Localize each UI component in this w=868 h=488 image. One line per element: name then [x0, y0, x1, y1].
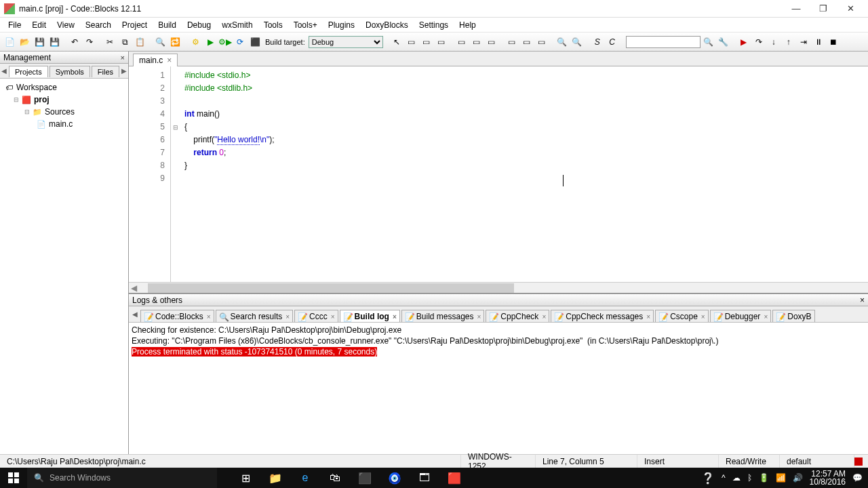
menu-file[interactable]: File	[3, 19, 26, 31]
step-out-icon[interactable]: ↑	[782, 35, 795, 49]
tray-up-icon[interactable]: ^	[722, 473, 726, 483]
maximize-button[interactable]: ❐	[810, 1, 837, 17]
logs-close-icon[interactable]: ×	[860, 296, 865, 305]
editor-tab-mainc[interactable]: main.c ×	[133, 54, 178, 66]
menu-plugins[interactable]: Plugins	[323, 19, 360, 31]
tree-collapse-icon[interactable]: ⊟	[24, 108, 30, 115]
abort-icon[interactable]: ⬛	[248, 35, 262, 49]
code-area[interactable]: #include <stdio.h>#include <stdlib.h> in…	[180, 66, 868, 282]
step-instr-icon[interactable]: ⇥	[797, 35, 810, 49]
build-icon[interactable]: ⚙	[189, 35, 202, 49]
editor-area[interactable]: 1 2 3 4 5 6 7 8 9 ⊟ #include <stdio.h>#i…	[129, 66, 868, 282]
management-close-icon[interactable]: ×	[121, 54, 125, 62]
letter-c-icon[interactable]: C	[606, 35, 619, 49]
edge-icon[interactable]: e	[290, 468, 320, 488]
zoom-in-icon[interactable]: 🔍	[555, 35, 569, 49]
project-tree[interactable]: 🏷 Workspace ⊟ 🟥 proj ⊟ 📁 Sources 📄 main.…	[0, 79, 128, 454]
tree-project[interactable]: ⊟ 🟥 proj	[1, 94, 127, 106]
undo-icon[interactable]: ↶	[68, 35, 81, 49]
tb-group6-icon[interactable]: ▭	[535, 35, 549, 49]
battery-icon[interactable]: 🔋	[759, 473, 769, 483]
cut-icon[interactable]: ✂	[103, 35, 117, 49]
log-tab-cscope[interactable]: 📝Cscope×	[655, 310, 709, 323]
app3-icon[interactable]: 🗔	[410, 468, 439, 488]
help-icon[interactable]: ❔	[701, 472, 715, 485]
tab-projects[interactable]: Projects	[9, 66, 48, 77]
menu-view[interactable]: View	[52, 19, 80, 31]
tree-sources[interactable]: ⊟ 📁 Sources	[1, 106, 127, 118]
new-file-icon[interactable]: 📄	[3, 35, 16, 49]
log-tab-cppcheckmsg[interactable]: 📝CppCheck messages×	[551, 310, 654, 323]
open-icon[interactable]: 📂	[18, 35, 31, 49]
hscroll-thumb[interactable]	[148, 283, 514, 293]
build-run-icon[interactable]: ⚙▶	[218, 35, 232, 49]
tab-close-icon[interactable]: ×	[331, 313, 335, 321]
tb-group1-icon[interactable]: ▭	[455, 35, 469, 49]
minimize-button[interactable]: —	[783, 1, 810, 17]
tb-group5-icon[interactable]: ▭	[520, 35, 534, 49]
onedrive-icon[interactable]: ☁	[732, 473, 741, 483]
app2-icon[interactable]: 🧿	[380, 468, 410, 488]
tb-group4-icon[interactable]: ▭	[505, 35, 519, 49]
log-tab-cccc[interactable]: 📝Cccc×	[294, 310, 338, 323]
toggle-tb3-icon[interactable]: ▭	[435, 35, 448, 49]
tree-workspace[interactable]: 🏷 Workspace	[1, 81, 127, 94]
search-go-icon[interactable]: 🔍	[702, 35, 715, 49]
letter-s-icon[interactable]: S	[591, 35, 604, 49]
step-into-icon[interactable]: ↓	[767, 35, 781, 49]
tab-close-icon[interactable]: ×	[393, 313, 397, 321]
tree-file-mainc[interactable]: 📄 main.c	[1, 118, 127, 130]
menu-edit[interactable]: Edit	[26, 19, 52, 31]
menu-settings[interactable]: Settings	[414, 19, 454, 31]
notifications-icon[interactable]: 💬	[852, 473, 863, 483]
codeblocks-taskbar-icon[interactable]: 🟥	[439, 468, 469, 488]
menu-help[interactable]: Help	[454, 19, 481, 31]
break-icon[interactable]: ⏸	[812, 35, 825, 49]
close-button[interactable]: ✕	[837, 1, 864, 17]
tab-close-icon[interactable]: ×	[764, 313, 768, 321]
tab-close-icon[interactable]: ×	[285, 313, 290, 321]
menu-wxsmith[interactable]: wxSmith	[216, 19, 258, 31]
tab-files[interactable]: Files	[92, 66, 119, 77]
toggle-tb-icon[interactable]: ▭	[405, 35, 418, 49]
log-tab-codeblocks[interactable]: 📝Code::Blocks×	[140, 310, 214, 323]
taskbar-search[interactable]: 🔍 Search Windows	[27, 468, 217, 488]
cursor-select-icon[interactable]: ↖	[390, 35, 403, 49]
settings-icon[interactable]: 🔧	[717, 35, 730, 49]
log-tab-doxyb[interactable]: 📝DoxyB	[772, 310, 814, 323]
paste-icon[interactable]: 📋	[133, 35, 146, 49]
logs-tab-left-icon[interactable]: ◀	[131, 310, 139, 318]
menu-doxyblocks[interactable]: DoxyBlocks	[360, 19, 414, 31]
search-combo[interactable]	[626, 36, 701, 48]
toggle-tb2-icon[interactable]: ▭	[420, 35, 433, 49]
mgmt-tab-left-icon[interactable]: ◀	[1, 67, 7, 75]
build-log-output[interactable]: Checking for existence: C:\Users\Raju Pa…	[129, 323, 868, 454]
run-icon[interactable]: ▶	[203, 35, 217, 49]
editor-tab-close-icon[interactable]: ×	[167, 56, 172, 65]
menu-debug[interactable]: Debug	[182, 19, 216, 31]
mgmt-tab-right-icon[interactable]: ▶	[121, 67, 127, 75]
rebuild-icon[interactable]: ⟳	[233, 35, 247, 49]
tab-close-icon[interactable]: ×	[701, 313, 705, 321]
task-view-icon[interactable]: ⊞	[231, 468, 260, 488]
bluetooth-icon[interactable]: ᛒ	[747, 473, 752, 483]
app1-icon[interactable]: ⬛	[350, 468, 380, 488]
tab-close-icon[interactable]: ×	[477, 313, 481, 321]
store-icon[interactable]: 🛍	[320, 468, 350, 488]
tb-group3-icon[interactable]: ▭	[485, 35, 498, 49]
copy-icon[interactable]: ⧉	[118, 35, 132, 49]
replace-icon[interactable]: 🔁	[168, 35, 182, 49]
tab-close-icon[interactable]: ×	[646, 313, 650, 321]
save-all-icon[interactable]: 💾	[47, 35, 61, 49]
build-target-select[interactable]: Debug	[309, 36, 383, 48]
log-tab-debugger[interactable]: 📝Debugger×	[710, 310, 772, 323]
tree-collapse-icon[interactable]: ⊟	[14, 96, 19, 103]
zoom-out-icon[interactable]: 🔍	[570, 35, 584, 49]
log-tab-cppcheck[interactable]: 📝CppCheck×	[486, 310, 549, 323]
tb-group2-icon[interactable]: ▭	[470, 35, 484, 49]
wifi-icon[interactable]: 📶	[776, 473, 786, 483]
redo-icon[interactable]: ↷	[83, 35, 96, 49]
menu-search[interactable]: Search	[80, 19, 117, 31]
tab-symbols[interactable]: Symbols	[50, 66, 90, 77]
save-icon[interactable]: 💾	[33, 35, 46, 49]
